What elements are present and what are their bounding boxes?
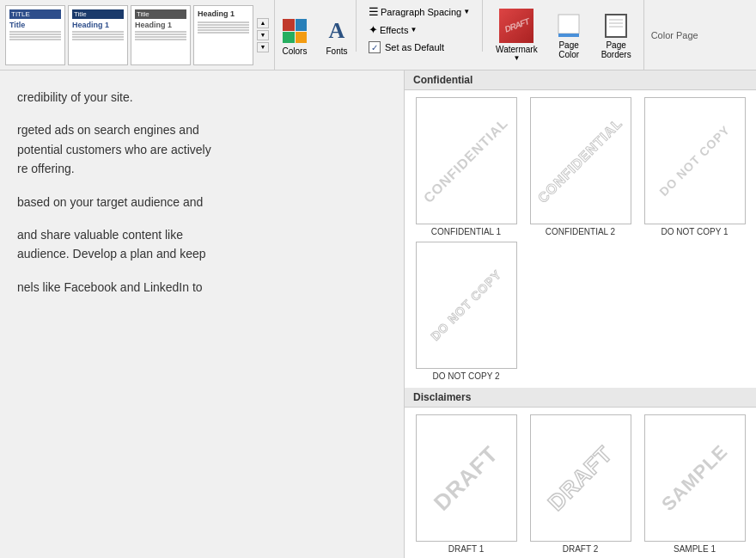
color-page-section: Color Page [643,0,705,70]
watermark-preview-dnc-1: DO NOT COPY [644,97,746,224]
toolbar: TITLE Title Title Heading 1 Title Headin… [0,0,756,71]
separator-1 [356,0,357,52]
theme-item-3[interactable]: Title Heading 1 [131,5,191,65]
watermark-icon: DRAFT [499,9,533,43]
theme-item-1[interactable]: TITLE Title [5,5,65,65]
document-area: credibility of your site. rgeted ads on … [0,71,404,558]
paragraph-spacing-arrow: ▼ [463,8,470,15]
set-as-default-label: Set as Default [385,42,444,52]
theme-title-bar-1: TITLE [9,9,61,19]
colors-fonts-group: Colors A Fonts [275,0,354,70]
watermark-arrow: ▼ [513,54,520,62]
watermark-label-draft-1: DRAFT 1 [448,544,485,554]
set-as-default-checkbox [369,41,381,53]
effects-arrow: ▼ [410,26,417,34]
gallery-arrows: ▲ ▼ ▼ [257,18,269,52]
doc-para-5: nels like Facebook and LinkedIn to [17,278,387,297]
watermark-item-donotcopy-2[interactable]: DO NOT COPY DO NOT COPY 2 [412,242,521,381]
watermark-item-donotcopy-1[interactable]: DO NOT COPY DO NOT COPY 1 [640,97,749,236]
watermark-button[interactable]: DRAFT Watermark ▼ [488,4,546,66]
watermark-preview-conf-1: CONFIDENTIAL [416,97,517,224]
watermark-label: Watermark [496,45,538,54]
set-as-default-button[interactable]: Set as Default [365,40,448,55]
svg-rect-2 [606,15,626,37]
page-borders-icon [602,11,630,39]
theme-item-2[interactable]: Title Heading 1 [68,5,128,65]
disclaimers-grid: DRAFT DRAFT 1 DRAFT DRAFT 2 SAMPLE SAMPL… [405,408,756,558]
confidential-grid: CONFIDENTIAL CONFIDENTIAL 1 CONFIDENTIAL… [405,90,756,388]
theme-h1-3: Heading 1 [135,21,186,29]
theme-body-4 [198,21,249,34]
effects-button[interactable]: ✦ Effects ▼ [365,21,420,38]
theme-item-4[interactable]: Heading 1 [193,5,253,65]
watermark-panel: Confidential CONFIDENTIAL CONFIDENTIAL 1… [404,71,756,558]
effects-row: ✦ Effects ▼ [365,21,473,38]
effects-icon: ✦ [369,23,378,36]
watermark-preview-conf-2: CONFIDENTIAL [530,97,631,224]
watermark-label-conf-1: CONFIDENTIAL 1 [431,227,501,236]
main-area: credibility of your site. rgeted ads on … [0,71,756,558]
theme-body-3 [135,31,186,41]
doc-para-3: based on your target audience and [17,193,387,212]
theme-title-bar-3: Title [135,9,186,19]
paragraph-spacing-row: ☰ Paragraph Spacing ▼ [365,3,473,20]
watermark-item-sample-1[interactable]: SAMPLE SAMPLE 1 [640,414,749,554]
colors-button[interactable]: Colors [275,15,314,58]
fonts-label: Fonts [326,46,347,56]
watermark-label-dnc-2: DO NOT COPY 2 [433,371,500,381]
paragraph-spacing-label: Paragraph Spacing [381,7,461,17]
theme-gallery: TITLE Title Title Heading 1 Title Headin… [5,5,253,65]
watermark-label-draft-2: DRAFT 2 [563,544,599,554]
doc-para-1: credibility of your site. [17,88,387,107]
theme-heading-4: Heading 1 [198,9,249,18]
gallery-down-button[interactable]: ▼ [257,30,269,40]
paragraph-spacing-icon: ☰ [369,5,379,18]
fonts-button[interactable]: A Fonts [320,15,354,58]
watermark-item-confidential-1[interactable]: CONFIDENTIAL CONFIDENTIAL 1 [412,97,521,236]
doc-content: credibility of your site. rgeted ads on … [17,88,387,297]
page-layout-group: ☰ Paragraph Spacing ▼ ✦ Effects ▼ Set as… [358,0,480,70]
effects-label: Effects [380,25,408,35]
color-page-label: Color Page [651,30,698,40]
disclaimers-header: Disclaimers [405,388,756,408]
theme-h1-1: Title [9,21,61,29]
doc-para-4: and share valuable content likeaudience.… [17,225,387,264]
page-borders-button[interactable]: Page Borders [593,9,640,61]
watermark-preview-draft-1: DRAFT [416,414,517,542]
paragraph-spacing-button[interactable]: ☰ Paragraph Spacing ▼ [365,3,473,20]
watermark-preview-sample-1: SAMPLE [644,414,746,542]
watermark-item-draft-2[interactable]: DRAFT DRAFT 2 [526,414,635,554]
gallery-expand-button[interactable]: ▼ [257,42,269,52]
confidential-header: Confidential [405,71,756,90]
colors-label: Colors [283,46,308,56]
gallery-up-button[interactable]: ▲ [257,18,269,28]
watermark-preview-draft-2: DRAFT [530,414,631,542]
watermark-item-draft-1[interactable]: DRAFT DRAFT 1 [412,414,521,554]
page-color-label: Page Color [558,40,579,59]
set-as-default-row: Set as Default [365,40,473,55]
separator-2 [482,0,483,52]
theme-h1-2: Heading 1 [72,21,124,29]
watermark-preview-dnc-2: DO NOT COPY [416,242,517,369]
watermark-label-conf-2: CONFIDENTIAL 2 [546,227,615,236]
colors-icon [278,17,311,45]
page-design-group: DRAFT Watermark ▼ Page Color [485,0,643,70]
page-color-button[interactable]: Page Color [546,9,593,61]
watermark-item-confidential-2[interactable]: CONFIDENTIAL CONFIDENTIAL 2 [526,97,635,236]
page-borders-label: Page Borders [601,40,631,59]
theme-title-bar-2: Title [72,9,124,19]
watermark-label-sample-1: SAMPLE 1 [674,544,716,554]
doc-para-2: rgeted ads on search engines andpotentia… [17,120,387,178]
theme-gallery-section: TITLE Title Title Heading 1 Title Headin… [0,0,275,70]
watermark-label-dnc-1: DO NOT COPY 1 [662,227,729,236]
page-color-icon [555,11,582,39]
theme-body-1 [9,31,61,41]
svg-rect-0 [558,15,579,34]
svg-rect-1 [558,34,579,37]
fonts-icon: A [323,17,351,45]
theme-body-2 [72,31,124,41]
